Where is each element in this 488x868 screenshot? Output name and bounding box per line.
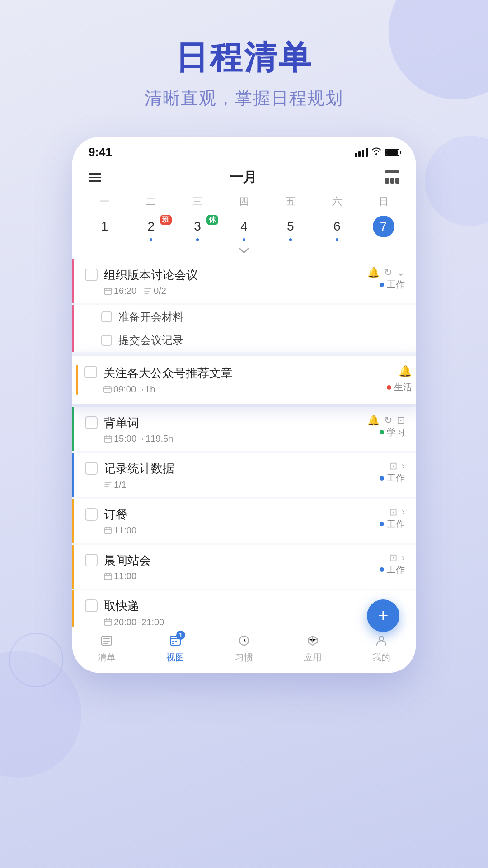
date-number-2: 2 (140, 216, 162, 237)
nav-label-list: 清单 (98, 651, 116, 664)
task-checkbox-4[interactable] (85, 462, 98, 475)
status-icons (355, 147, 399, 157)
task-checkbox-7[interactable] (85, 599, 98, 612)
task-tag-1: 工作 (380, 278, 405, 291)
date-4[interactable]: 4 (221, 214, 267, 243)
task-time-3: 15:00→119.5h (104, 434, 173, 444)
task-time-1: 16:20 (104, 286, 136, 296)
task-title-3: 背单词 (104, 415, 367, 431)
task-tag-4: 工作 (380, 472, 405, 484)
task-checkbox-1[interactable] (85, 269, 98, 281)
weekday-thu: 四 (221, 195, 267, 212)
date-number-6: 6 (326, 216, 348, 237)
week-days-header: 一 二 三 四 五 六 日 (72, 191, 416, 212)
date-1[interactable]: 1 (81, 214, 128, 243)
task-title-1: 组织版本讨论会议 (104, 267, 367, 283)
weekday-fri: 五 (267, 195, 314, 212)
nav-label-habit: 习惯 (235, 651, 253, 664)
svg-rect-9 (175, 641, 177, 642)
box-icon-4[interactable]: ⊡ (389, 460, 397, 472)
sub-task-text-1a: 准备开会材料 (118, 310, 183, 324)
date-dot-4 (243, 238, 245, 241)
floating-task-checkbox[interactable] (84, 366, 97, 378)
date-6[interactable]: 6 (314, 214, 360, 243)
nav-item-profile[interactable]: 我的 (347, 632, 416, 664)
box-icon-6[interactable]: ⊡ (389, 552, 397, 564)
task-item-5[interactable]: 订餐 11:00 ⊡ › (72, 499, 416, 543)
task-checkbox-5[interactable] (85, 508, 98, 521)
nav-item-view[interactable]: 1 视图 (141, 632, 210, 664)
page-header: 日程清单 清晰直观，掌握日程规划 (0, 0, 488, 128)
sub-task-text-1b: 提交会议记录 (118, 333, 183, 348)
chevron-icon-5[interactable]: › (402, 506, 405, 518)
task-item-1[interactable]: 组织版本讨论会议 16:20 0/2 (72, 259, 416, 303)
signal-icon (355, 148, 368, 157)
expand-icon-1[interactable]: ⌄ (397, 267, 405, 278)
calendar-view-icon[interactable] (385, 170, 399, 185)
task-time-5: 11:00 (104, 525, 136, 536)
month-title: 一月 (230, 168, 257, 187)
task-list: 组织版本讨论会议 16:20 0/2 (72, 259, 416, 673)
date-2[interactable]: 2 班 (128, 214, 174, 243)
chevron-icon-6[interactable]: › (402, 552, 405, 564)
battery-icon (385, 149, 399, 156)
date-number-4: 4 (233, 216, 255, 237)
fab-add-button[interactable]: + (367, 599, 399, 632)
date-3[interactable]: 3 休 (174, 214, 221, 243)
floating-bell-icon[interactable]: 🔔 (399, 365, 412, 377)
floating-task-tag: 生活 (387, 381, 412, 393)
repeat-icon-1[interactable]: ↻ (384, 267, 392, 278)
bell-icon-3[interactable]: 🔔 (367, 415, 380, 426)
svg-rect-2 (104, 436, 112, 442)
weekday-wed: 三 (174, 195, 221, 212)
box-icon-5[interactable]: ⊡ (389, 506, 397, 518)
date-dot-3 (196, 238, 199, 241)
menu-button[interactable] (89, 173, 101, 182)
nav-item-habit[interactable]: 习惯 (210, 632, 278, 664)
task-tag-6: 工作 (380, 564, 405, 576)
date-badge-3: 休 (206, 215, 218, 225)
nav-icon-apps (305, 632, 321, 649)
app-header: 一月 (72, 164, 416, 191)
svg-rect-10 (172, 643, 174, 644)
sub-checkbox-1b[interactable] (101, 335, 112, 346)
task-checkbox-3[interactable] (85, 416, 98, 429)
nav-item-list[interactable]: 清单 (72, 632, 141, 664)
bell-icon-1[interactable]: 🔔 (367, 267, 380, 278)
task-title-6: 晨间站会 (104, 552, 380, 568)
svg-rect-0 (104, 288, 112, 294)
date-5[interactable]: 5 (267, 214, 314, 243)
nav-item-apps[interactable]: 应用 (278, 632, 347, 664)
repeat-icon-3[interactable]: ↻ (384, 415, 392, 426)
nav-label-profile: 我的 (372, 651, 390, 664)
task-title-7: 取快递 (104, 598, 405, 614)
floating-task-title: 关注各大公众号推荐文章 (103, 365, 380, 381)
nav-icon-view: 1 (167, 632, 183, 649)
svg-rect-3 (104, 528, 112, 533)
page-subtitle: 清晰直观，掌握日程规划 (0, 87, 488, 110)
date-number-5: 5 (280, 216, 301, 237)
weekday-mon: 一 (81, 195, 128, 212)
date-7[interactable]: 7 (360, 214, 407, 243)
task-item-6[interactable]: 晨间站会 11:00 ⊡ › (72, 545, 416, 589)
nav-icon-list (99, 632, 115, 649)
task-checkbox-6[interactable] (85, 554, 98, 566)
task-item-4[interactable]: 记录统计数据 1/1 ⊡ › (72, 453, 416, 497)
sub-checkbox-1a[interactable] (101, 311, 112, 322)
task-tag-3: 学习 (380, 426, 405, 439)
task-time-7: 20:00–21:00 (104, 617, 164, 627)
weekday-sun: 日 (360, 195, 407, 212)
sub-task-1b[interactable]: 提交会议记录 (72, 329, 416, 352)
sub-task-1a[interactable]: 准备开会材料 (72, 305, 416, 329)
page-title: 日程清单 (0, 36, 488, 80)
svg-rect-1 (104, 387, 111, 392)
date-dot-2 (150, 238, 152, 241)
box-icon-3[interactable]: ⊡ (397, 415, 405, 426)
fab-plus-icon: + (378, 606, 388, 624)
svg-point-12 (379, 636, 384, 641)
chevron-icon-4[interactable]: › (402, 460, 405, 472)
task-item-3[interactable]: 背单词 15:00→119.5h 🔔 ↻ ⊡ (72, 407, 416, 451)
nav-icon-profile (373, 632, 389, 649)
calendar-dates: 1 2 班 3 休 4 5 6 7 (72, 212, 416, 243)
expand-calendar-button[interactable] (72, 243, 416, 258)
